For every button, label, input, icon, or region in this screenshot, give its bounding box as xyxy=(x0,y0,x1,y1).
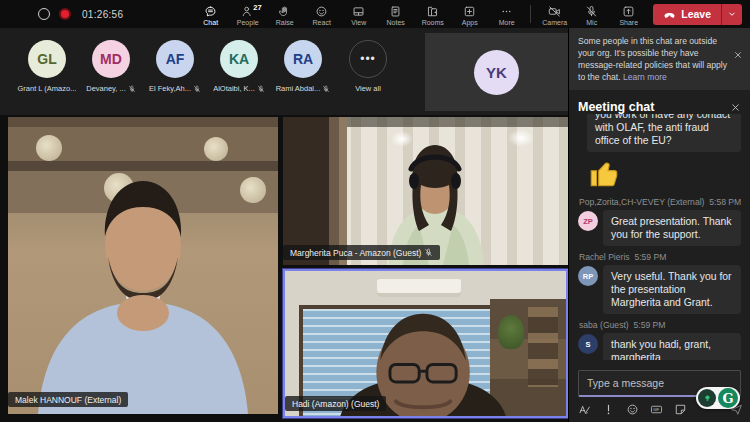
grammarly-widget[interactable]: G xyxy=(696,387,740,409)
participant-roster: GL Grant L (Amazo... MD Devaney, ... AF … xyxy=(0,28,568,115)
chat-message: thank you hadi, grant, margherita xyxy=(603,333,741,360)
mic-off-icon xyxy=(193,85,201,93)
participant-name: Rami Abdal... xyxy=(276,84,321,93)
toolbar-nav: Chat 27 People Raise React View xyxy=(194,3,523,26)
thumbs-up-icon xyxy=(587,157,621,191)
chevron-down-icon xyxy=(727,9,737,19)
avatar: MD xyxy=(92,40,130,78)
leave-control: Leave xyxy=(653,4,742,25)
external-users-notice: Some people in this chat are outside you… xyxy=(569,28,750,90)
avatar: KA xyxy=(220,40,258,78)
learn-more-link[interactable]: Learn more xyxy=(623,72,667,82)
camera-off-icon xyxy=(548,5,561,18)
chat-icon xyxy=(204,5,217,18)
people-button[interactable]: 27 People xyxy=(231,3,264,26)
meeting-timer: 01:26:56 xyxy=(82,9,123,20)
mic-off-icon xyxy=(257,85,265,93)
view-all-button[interactable]: ••• View all xyxy=(336,34,400,93)
hangup-phone-icon xyxy=(663,8,676,21)
video-feed xyxy=(8,117,278,414)
video-name-label: Malek HANNOUF (External) xyxy=(8,392,128,407)
avatar: ZP xyxy=(578,211,598,231)
participant-name: Grant L (Amazo... xyxy=(18,84,77,93)
roster-participant[interactable]: AF El Feky,Ah... xyxy=(143,34,207,93)
raise-hand-icon xyxy=(278,5,291,18)
video-stage: GL Grant L (Amazo... MD Devaney, ... AF … xyxy=(0,28,568,422)
compose-area: G xyxy=(569,364,750,422)
ring-icon xyxy=(38,8,50,20)
roster-participant[interactable]: MD Devaney, ... xyxy=(79,34,143,93)
rooms-button[interactable]: Rooms xyxy=(416,3,449,26)
person-silhouette xyxy=(283,117,568,265)
priority-icon[interactable] xyxy=(602,403,615,416)
roster-participant[interactable]: RA Rami Abdal... xyxy=(271,34,335,93)
leave-options-button[interactable] xyxy=(721,4,742,25)
share-icon xyxy=(622,5,635,18)
close-chat-icon[interactable] xyxy=(730,102,741,113)
roster-participant[interactable]: GL Grant L (Amazo... xyxy=(15,34,79,93)
toolbar-divider xyxy=(530,5,531,23)
message-row: S thank you hadi, grant, margherita xyxy=(578,333,741,360)
chat-sidebar: Some people in this chat are outside you… xyxy=(568,28,750,422)
teams-meeting-window: 01:26:56 Chat 27 People Raise React xyxy=(0,0,750,422)
video-tile-margherita[interactable]: Margherita Puca - Amazon (Guest) xyxy=(283,117,568,265)
avatar: S xyxy=(578,334,598,354)
apps-button[interactable]: Apps xyxy=(453,3,486,26)
chat-message: you work or have any contact with OLAF, … xyxy=(587,114,741,152)
view-button[interactable]: View xyxy=(342,3,375,26)
mic-off-icon xyxy=(424,248,433,257)
close-notice-icon[interactable] xyxy=(733,50,743,60)
rooms-icon xyxy=(426,5,439,18)
react-icon xyxy=(315,5,328,18)
lightbulb-icon xyxy=(698,389,716,407)
message-row: RP Very useful. Thank you for the presen… xyxy=(578,265,741,314)
gif-icon[interactable] xyxy=(650,403,663,416)
video-feed xyxy=(283,117,568,265)
roster-participant[interactable]: KA AlOtaibi, K... xyxy=(207,34,271,93)
emoji-icon[interactable] xyxy=(626,403,639,416)
camera-toggle-button[interactable]: Camera xyxy=(538,3,571,26)
chat-button[interactable]: Chat xyxy=(194,3,227,26)
device-controls: Camera Mic Share xyxy=(538,3,645,26)
more-button[interactable]: More xyxy=(490,3,523,26)
sticker-icon[interactable] xyxy=(674,403,687,416)
participant-name: AlOtaibi, K... xyxy=(213,84,255,93)
video-tile-malek[interactable]: Malek HANNOUF (External) xyxy=(8,117,278,414)
share-button[interactable]: Share xyxy=(612,3,645,26)
video-name-label: Hadi (Amazon) (Guest) xyxy=(285,396,386,411)
avatar: RA xyxy=(284,40,322,78)
mic-off-icon xyxy=(322,85,330,93)
avatar: GL xyxy=(28,40,66,78)
format-icon[interactable] xyxy=(578,403,591,416)
chat-message: Very useful. Thank you for the presentat… xyxy=(603,265,741,314)
avatar: RP xyxy=(578,266,598,286)
person-silhouette xyxy=(8,117,278,414)
mic-off-icon xyxy=(128,85,136,93)
video-name-label: Margherita Puca - Amazon (Guest) xyxy=(283,245,440,260)
video-feed xyxy=(285,271,566,416)
chat-message: Great presentation. Thank you for the su… xyxy=(603,210,741,246)
chat-title: Meeting chat xyxy=(578,100,654,114)
mic-toggle-button[interactable]: Mic xyxy=(575,3,608,26)
raise-button[interactable]: Raise xyxy=(268,3,301,26)
mic-off-icon xyxy=(585,5,598,18)
avatar: AF xyxy=(156,40,194,78)
message-meta: Rachel Pieris 5:59 PM xyxy=(579,252,741,262)
view-icon xyxy=(352,5,365,18)
participant-name: El Feky,Ah... xyxy=(149,84,191,93)
message-meta: Pop,Zorita,CH-VEVEY (External) 5:58 PM xyxy=(579,197,741,207)
notes-button[interactable]: Notes xyxy=(379,3,412,26)
grammarly-icon: G xyxy=(718,388,738,408)
more-icon xyxy=(500,5,513,18)
participant-tile-yk[interactable]: YK xyxy=(425,33,568,111)
video-tile-hadi[interactable]: Hadi (Amazon) (Guest) xyxy=(283,269,568,418)
apps-icon xyxy=(463,5,476,18)
message-list[interactable]: you work or have any contact with OLAF, … xyxy=(569,114,750,360)
leave-button[interactable]: Leave xyxy=(653,4,721,25)
person-silhouette xyxy=(285,271,566,416)
people-count-badge: 27 xyxy=(253,3,261,12)
message-row: ZP Great presentation. Thank you for the… xyxy=(578,210,741,246)
notes-icon xyxy=(389,5,402,18)
recording-indicator: 01:26:56 xyxy=(38,8,123,20)
react-button[interactable]: React xyxy=(305,3,338,26)
